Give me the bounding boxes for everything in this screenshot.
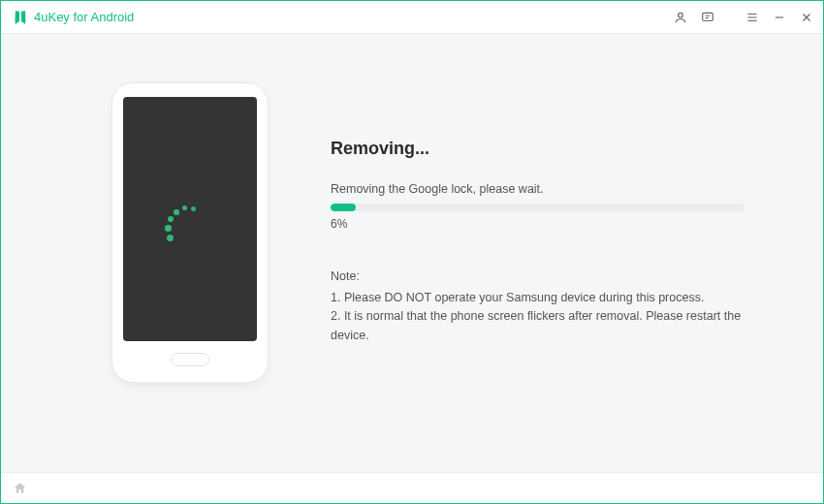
titlebar: 4uKey for Android: [1, 1, 823, 34]
minimize-icon[interactable]: [773, 11, 786, 24]
app-title: 4uKey for Android: [34, 10, 134, 24]
logo-icon: [13, 10, 28, 25]
progress-panel: Removing... Removing the Google lock, pl…: [331, 82, 745, 443]
note-heading: Note:: [331, 269, 745, 283]
app-window: 4uKey for Android: [0, 0, 824, 504]
progress-bar: [331, 204, 745, 211]
phone-frame: [111, 82, 269, 383]
progress-percent: 6%: [331, 217, 745, 231]
phone-screen: [123, 97, 257, 341]
footer-bar: [1, 472, 823, 503]
progress-heading: Removing...: [331, 139, 745, 159]
home-icon[interactable]: [13, 481, 27, 495]
app-logo: 4uKey for Android: [13, 10, 134, 25]
progress-subtext: Removing the Google lock, please wait.: [331, 182, 745, 196]
titlebar-controls: [674, 11, 813, 24]
progress-bar-fill: [331, 204, 356, 211]
main-content: Removing... Removing the Google lock, pl…: [1, 34, 823, 472]
note-line-1: 1. Please DO NOT operate your Samsung de…: [331, 289, 745, 307]
close-icon[interactable]: [800, 11, 813, 24]
note-line-2: 2. It is normal that the phone screen fl…: [331, 307, 745, 345]
menu-icon[interactable]: [745, 11, 759, 24]
loading-spinner-icon: [163, 200, 209, 246]
feedback-icon[interactable]: [701, 11, 714, 24]
svg-rect-1: [703, 13, 713, 20]
svg-point-0: [679, 13, 683, 17]
account-icon[interactable]: [674, 11, 687, 24]
phone-home-button: [171, 353, 209, 366]
device-illustration: [79, 82, 272, 443]
